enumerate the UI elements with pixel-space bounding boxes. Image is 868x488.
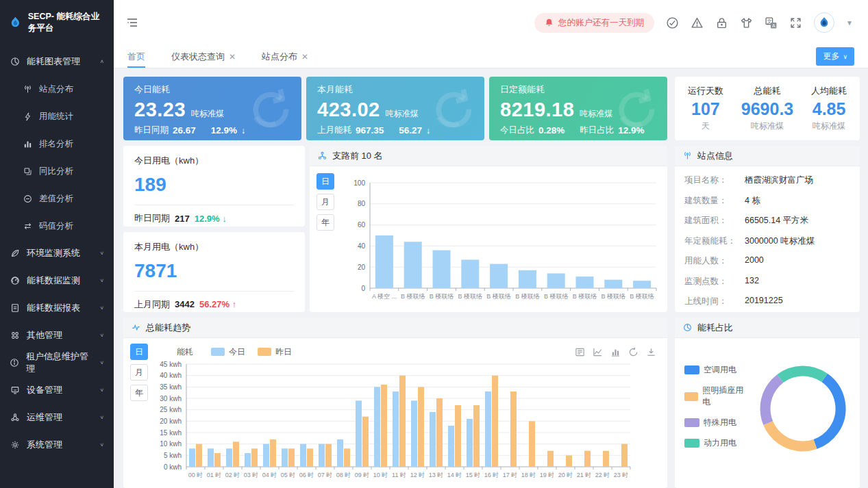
tab-仪表状态查询[interactable]: 仪表状态查询✕ xyxy=(171,45,236,68)
legend-swatch xyxy=(684,418,699,427)
month-electricity-panel: 本月用电（kwh） 7871 上月同期3442 56.27% ↑ xyxy=(123,232,305,313)
panel-title: 能耗占比 xyxy=(697,322,733,334)
main-content: 今日能耗 23.23 吨标准煤 昨日同期26.67 12.9%↓ 本月能耗 42… xyxy=(114,68,868,488)
branch-period-toggles: 日 月 年 xyxy=(317,173,334,311)
sidebar-subitem[interactable]: 站点分布 xyxy=(0,75,114,103)
info-icon xyxy=(10,358,19,368)
compare-line: 上月同期3442 56.27% ↑ xyxy=(134,298,294,311)
stat-total-energy: 总能耗 9690.3 吨标准煤 xyxy=(741,85,793,132)
tab-close-icon[interactable]: ✕ xyxy=(229,52,236,62)
pie-panel-header: 能耗占比 xyxy=(675,318,860,338)
svg-text:20 kwh: 20 kwh xyxy=(160,418,182,425)
card-daily-quota-energy[interactable]: 日定额能耗 8219.18 吨标准煤 今日占比0.28% 昨日占比12.9% xyxy=(489,77,667,140)
tab-bar: 首页仪表状态查询✕站点分布✕ 更多 ∨ xyxy=(114,45,868,68)
more-button[interactable]: 更多 ∨ xyxy=(816,47,854,66)
lock-icon[interactable] xyxy=(715,16,728,29)
account-expire-alert[interactable]: 您的账户还有一天到期 xyxy=(534,13,654,33)
sidebar-item-3[interactable]: 能耗数据报表∨ xyxy=(0,294,114,322)
svg-text:80: 80 xyxy=(358,200,366,207)
sidebar-item-6[interactable]: 设备管理∨ xyxy=(0,376,114,404)
site-info-row: 建筑面积：66505.14 平方米 xyxy=(684,215,850,227)
sidebar-item-2[interactable]: 能耗数据监测∨ xyxy=(0,267,114,294)
site-info-row: 项目名称：栖霞湖滨财富广场 xyxy=(684,175,850,186)
translate-icon[interactable]: 文 A xyxy=(765,16,778,29)
energy-trend-bar-chart[interactable]: 0 kwh5 kwh10 kwh15 kwh20 kwh25 kwh30 kwh… xyxy=(153,360,662,485)
energy-share-donut-chart[interactable] xyxy=(749,357,857,467)
trend-chart-top: 能耗 今日昨日 xyxy=(153,344,662,360)
sidebar-subitem[interactable]: 用能统计 xyxy=(0,103,114,130)
sidebar-item-label: 能耗数据报表 xyxy=(27,302,80,314)
card-today-energy[interactable]: 今日能耗 23.23 吨标准煤 昨日同期26.67 12.9%↓ xyxy=(123,77,301,140)
legend-item-空调用电[interactable]: 空调用电 xyxy=(684,364,747,376)
trend-panel-header: 总能耗趋势 xyxy=(123,318,667,338)
sidebar-item-label: 租户信息维护管理 xyxy=(26,350,92,375)
warning-icon[interactable] xyxy=(691,16,704,29)
tab-站点分布[interactable]: 站点分布✕ xyxy=(262,45,308,68)
sidebar-item-label: 其他管理 xyxy=(27,329,62,342)
svg-text:B 楼联络: B 楼联络 xyxy=(458,293,483,300)
branch-bar-chart[interactable]: 020406080100A 楼空 ...B 楼联络B 楼联络B 楼联络B 楼联络… xyxy=(340,173,663,311)
svg-text:18 时: 18 时 xyxy=(521,472,536,478)
summary-stats-card: 运行天数 107 天 总能耗 9690.3 吨标准煤 人均能耗 4.85 吨标准… xyxy=(675,77,860,140)
svg-text:00 时: 00 时 xyxy=(188,472,203,478)
toggle-month[interactable]: 月 xyxy=(130,364,148,381)
svg-text:25 kwh: 25 kwh xyxy=(160,406,182,413)
line-chart-icon[interactable] xyxy=(593,347,603,357)
site-info-row: 上线时间：20191225 xyxy=(684,296,850,307)
sidebar-item-8[interactable]: 系统管理∨ xyxy=(0,431,114,459)
sidebar-item-7[interactable]: 运维管理∨ xyxy=(0,404,114,431)
bar-chart-icon[interactable] xyxy=(610,347,621,357)
activity-icon xyxy=(132,323,140,332)
card-month-energy[interactable]: 本月能耗 423.02 吨标准煤 上月能耗967.35 56.27↓ xyxy=(306,77,484,140)
sidebar-subitem[interactable]: 同比分析 xyxy=(0,157,114,185)
toggle-year[interactable]: 年 xyxy=(317,214,334,231)
toggle-year[interactable]: 年 xyxy=(130,385,148,401)
legend-item-今日[interactable]: 今日 xyxy=(211,346,245,358)
chevron-down-icon[interactable]: ▼ xyxy=(846,19,853,27)
collapse-menu-icon[interactable] xyxy=(126,16,138,29)
tab-label: 仪表状态查询 xyxy=(171,51,225,63)
pie-legend: 空调用电照明插座用电特殊用电动力用电 xyxy=(684,364,747,467)
sidebar-subitem-label: 用能统计 xyxy=(39,111,73,123)
sidebar-subitem[interactable]: 差值分析 xyxy=(0,185,114,212)
tab-close-icon[interactable]: ✕ xyxy=(301,52,308,62)
site-info-panel: 站点信息 项目名称：栖霞湖滨财富广场建筑数量：4 栋建筑面积：66505.14 … xyxy=(675,146,860,312)
data-view-icon[interactable] xyxy=(575,347,585,357)
compare-line: 昨日同期217 12.9% ↓ xyxy=(134,212,294,224)
report-icon xyxy=(10,303,20,313)
sidebar-item-1[interactable]: 环境监测系统∨ xyxy=(0,240,114,267)
legend-item-昨日[interactable]: 昨日 xyxy=(258,346,292,358)
download-icon[interactable] xyxy=(646,347,656,357)
more-label: 更多 xyxy=(823,51,839,62)
tab-首页[interactable]: 首页 xyxy=(127,45,145,68)
sidebar-subitem-label: 码值分析 xyxy=(39,220,73,232)
avatar-flame-icon xyxy=(817,16,831,29)
recycle-watermark-icon xyxy=(428,85,475,133)
chevron-down-icon: ∨ xyxy=(99,278,104,283)
trend-period-toggles: 日 月 年 xyxy=(130,344,148,488)
legend-item-特殊用电[interactable]: 特殊用电 xyxy=(684,417,747,428)
gauge-check-icon[interactable] xyxy=(666,16,679,29)
legend-item-照明插座用电[interactable]: 照明插座用电 xyxy=(684,385,747,408)
energy-share-panel: 能耗占比 空调用电照明插座用电特殊用电动力用电 xyxy=(675,318,860,488)
toggle-day[interactable]: 日 xyxy=(130,344,148,360)
app-logo: SECP- 能耗综合业务平台 xyxy=(0,0,114,45)
sidebar-item-5[interactable]: 租户信息维护管理∨ xyxy=(0,349,114,376)
card-value: 23.23 xyxy=(134,99,186,121)
sidebar-subitem[interactable]: 排名分析 xyxy=(0,130,114,157)
theme-shirt-icon[interactable] xyxy=(740,16,753,29)
sidebar-item-label: 能耗图表管理 xyxy=(27,55,80,68)
toggle-day[interactable]: 日 xyxy=(317,173,334,190)
fullscreen-icon[interactable] xyxy=(789,16,802,29)
legend-item-动力用电[interactable]: 动力用电 xyxy=(684,437,747,449)
refresh-icon[interactable] xyxy=(628,347,638,357)
svg-text:10 时: 10 时 xyxy=(373,472,388,478)
sidebar-subitem[interactable]: 码值分析 xyxy=(0,212,114,240)
sidebar-item-label: 运维管理 xyxy=(27,411,62,424)
user-avatar[interactable] xyxy=(814,12,834,33)
toggle-month[interactable]: 月 xyxy=(317,194,334,210)
sidebar-item-4[interactable]: 其他管理∨ xyxy=(0,322,114,349)
sidebar-item-0[interactable]: 能耗图表管理∧ xyxy=(0,48,114,75)
device-icon xyxy=(10,385,20,395)
svg-text:A 楼空 ...: A 楼空 ... xyxy=(372,293,397,300)
